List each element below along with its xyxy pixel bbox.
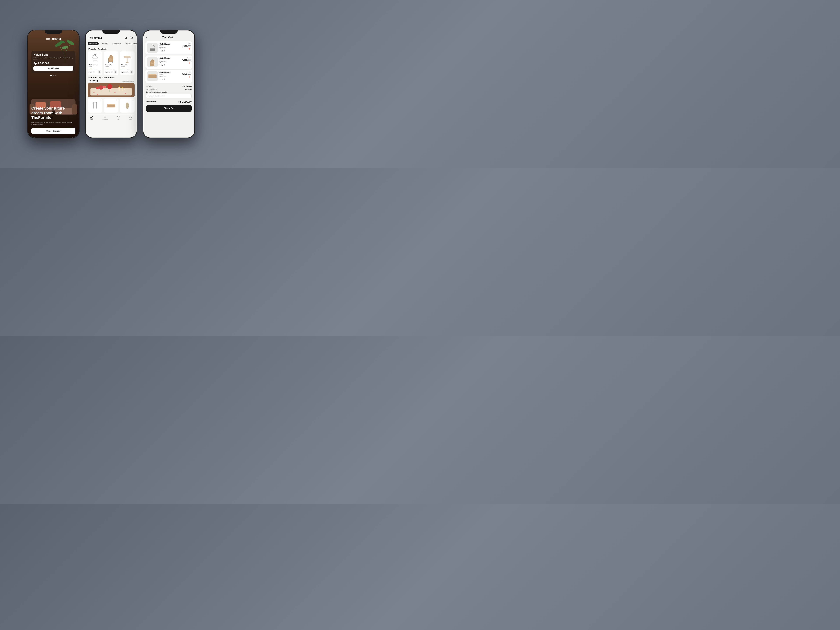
wishlist-chair-icon[interactable]: ♡ [116, 52, 117, 55]
nav-fav-label: Favourites [102, 119, 108, 120]
product-cloth-hanger: ♡ Cloth Hanger Brallis [88, 51, 103, 75]
featured-product-card: Helva Sofa Sofa made from cotton blended… [31, 51, 76, 73]
cart-item-1-price: Rp44.900 [159, 47, 181, 49]
nav-cart[interactable]: Cart [117, 115, 120, 120]
cart-item-3-image [147, 71, 158, 81]
cart-item-3-right: Total : Rp340.999 🗑 [182, 71, 191, 79]
tongs-svg [92, 102, 98, 109]
wishlist-hanger-icon[interactable]: ♡ [99, 52, 101, 55]
product-price: Rp. 2.356.000 [33, 62, 73, 65]
nav-profile[interactable]: Profile [129, 115, 132, 120]
delete-item-1[interactable]: 🗑 [188, 47, 191, 50]
nav-home[interactable]: Home [90, 115, 93, 120]
cart-item-1-brand: Brallis [159, 45, 181, 47]
view-product-button[interactable]: View Product [33, 66, 73, 71]
qty-1-value: 2 [161, 50, 163, 52]
carousel-dots [31, 75, 76, 76]
wishlist-mini-2[interactable]: ♡ [116, 99, 118, 101]
tab-hotel[interactable]: Hotel and Tourism [123, 42, 137, 45]
product-side-table: ♡ Side Table Burvik ★★★★☆ (55) [120, 51, 134, 75]
delete-item-3[interactable]: 🗑 [188, 76, 191, 79]
search-icon[interactable] [124, 36, 128, 40]
total-label-1: Total : [187, 43, 191, 44]
delete-item-2[interactable]: 🗑 [188, 62, 191, 65]
nav-favourites[interactable]: Favourites [102, 115, 108, 120]
hanger-brand: Brallis [89, 66, 101, 67]
chair-image [105, 53, 117, 63]
delivery-value: Rp25.000 [185, 88, 192, 90]
tab-kitchenware[interactable]: Kitchenware [111, 42, 123, 45]
chair-name: Armchair [105, 64, 117, 66]
cart-item-3-info: Cloth Hanger Brallis Rp340.999 - 1 + [159, 71, 180, 81]
cart-item-2-brand: Brallis [159, 59, 180, 61]
collections-title: See our Top Collections [88, 76, 114, 79]
hanger-price: Rp44.900 [89, 71, 95, 73]
total-price-row: Total Price Rp1.114.999 [146, 100, 192, 103]
wishlist-mini-3[interactable]: ♡ [132, 99, 134, 101]
decrease-qty-1[interactable]: - [159, 49, 160, 52]
product-desc: Sofa made from cotton blended with polye… [33, 57, 73, 61]
add-chair-to-cart[interactable] [114, 70, 117, 74]
see-more-link[interactable]: See more collections [123, 81, 134, 82]
total-value-3: Rp340.999 [182, 73, 191, 75]
notification-icon[interactable] [129, 36, 134, 40]
svg-rect-18 [93, 59, 98, 59]
category-tabs: Workspace Household Kitchenware Hotel an… [85, 41, 137, 46]
decrease-qty-3[interactable]: - [159, 78, 160, 81]
svg-point-49 [97, 94, 98, 95]
increase-qty-1[interactable]: + [164, 49, 165, 52]
chair-svg [107, 53, 115, 63]
promo-input[interactable] [146, 94, 192, 98]
collection-name: Anledning [88, 80, 98, 82]
svg-point-38 [99, 85, 103, 90]
dot-3[interactable] [55, 75, 56, 76]
increase-qty-3[interactable]: + [164, 78, 165, 81]
svg-point-48 [93, 92, 95, 93]
add-hanger-to-cart[interactable] [98, 70, 101, 74]
wishlist-table-icon[interactable]: ♡ [132, 52, 134, 55]
cart-tray-svg [148, 73, 157, 80]
vase-svg [124, 101, 130, 110]
cart-item-3-price: Rp340.999 [159, 75, 180, 77]
dot-1[interactable] [51, 75, 52, 76]
add-table-to-cart[interactable] [130, 70, 133, 74]
table-reviews: (55) [127, 68, 129, 69]
phone-3: ‹ Your Cart Cloth Hanger [143, 30, 195, 138]
svg-point-54 [107, 104, 115, 105]
chair-stars: ★★★★☆ [105, 68, 111, 69]
header-icons [124, 36, 134, 40]
home-scroll: TheFurnitur [85, 30, 137, 137]
cart-item-2-qty: - 1 + [159, 64, 180, 66]
svg-rect-65 [150, 50, 155, 51]
collection-img-svg [88, 83, 134, 97]
svg-rect-20 [93, 60, 98, 61]
increase-qty-2[interactable]: + [164, 64, 165, 66]
dot-2[interactable] [53, 75, 54, 76]
svg-rect-45 [122, 87, 123, 91]
table-name: Side Table [121, 64, 133, 66]
cart-title: Your Cart [147, 36, 188, 39]
decrease-qty-2[interactable]: - [159, 64, 160, 66]
mini-product-3: ♡ [120, 98, 134, 112]
svg-point-51 [125, 93, 126, 94]
total-price-label: Total Price [146, 101, 156, 103]
cart-item-2-right: Total : Rp659.000 🗑 [182, 57, 191, 65]
hanger-image [89, 53, 101, 63]
home-header: TheFurnitur [85, 34, 137, 41]
table-brand: Burvik [121, 66, 133, 67]
hanger-stars: ★★★★☆ [89, 68, 94, 69]
svg-point-40 [107, 84, 112, 89]
tab-workspace[interactable]: Workspace [88, 42, 99, 45]
see-collections-button[interactable]: See collections [31, 128, 76, 134]
hanger-svg [91, 54, 99, 63]
cart-item-2-price: Rp659.000 [159, 61, 180, 63]
delivery-label: Delivery Service [146, 88, 158, 90]
cart-item-1-right: Total : Rp89.900 🗑 [183, 43, 191, 50]
svg-rect-62 [150, 47, 155, 48]
cart-item-1: Cloth Hanger Brallis Rp44.900 - 2 + Tota… [145, 41, 192, 54]
checkout-button[interactable]: Check Out [146, 105, 192, 112]
tab-household[interactable]: Household [99, 42, 110, 45]
wishlist-mini-1[interactable]: ♡ [100, 99, 102, 101]
cart-item-3-name: Cloth Hanger [159, 71, 180, 73]
cart-container: ‹ Your Cart Cloth Hanger [143, 30, 194, 137]
